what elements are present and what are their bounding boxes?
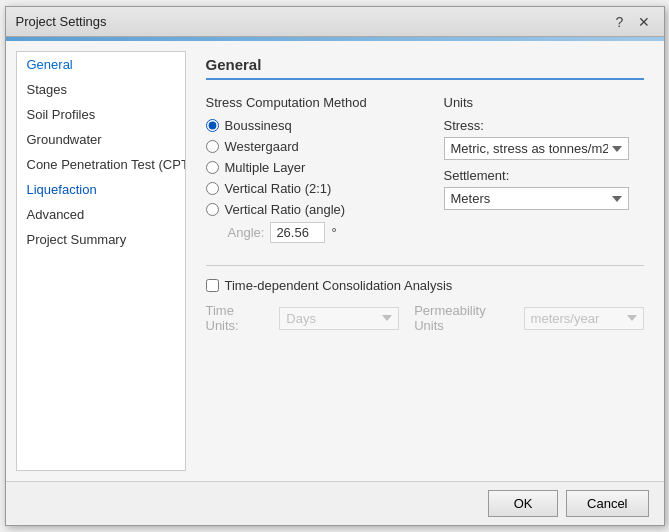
settlement-field-label: Settlement: bbox=[444, 168, 644, 183]
time-units-label: Time Units: bbox=[206, 303, 265, 333]
angle-label: Angle: bbox=[228, 225, 265, 240]
project-settings-dialog: Project Settings ? ✕ General Stages Soil… bbox=[5, 6, 665, 526]
sidebar-item-groundwater[interactable]: Groundwater bbox=[17, 127, 185, 152]
sidebar-item-advanced[interactable]: Advanced bbox=[17, 202, 185, 227]
sidebar: General Stages Soil Profiles Groundwater… bbox=[16, 51, 186, 471]
section-title: General bbox=[206, 56, 644, 80]
titlebar: Project Settings ? ✕ bbox=[6, 7, 664, 37]
stress-section: Stress Computation Method Boussinesq Wes… bbox=[206, 95, 414, 243]
stress-select[interactable]: Metric, stress as tonnes/m2 Metric, stre… bbox=[444, 137, 629, 160]
radio-vertical-ratio-2-1-input[interactable] bbox=[206, 182, 219, 195]
units-section: Units Stress: Metric, stress as tonnes/m… bbox=[444, 95, 644, 243]
angle-row: Angle: ° bbox=[228, 222, 414, 243]
stress-field-label: Stress: bbox=[444, 118, 644, 133]
radio-vertical-ratio-angle[interactable]: Vertical Ratio (angle) bbox=[206, 202, 414, 217]
angle-input[interactable] bbox=[270, 222, 325, 243]
permeability-units-label: Permeability Units bbox=[414, 303, 508, 333]
sidebar-item-soil-profiles[interactable]: Soil Profiles bbox=[17, 102, 185, 127]
radio-multiple-layer-input[interactable] bbox=[206, 161, 219, 174]
time-consolidation-label: Time-dependent Consolidation Analysis bbox=[225, 278, 453, 293]
sidebar-item-project-summary[interactable]: Project Summary bbox=[17, 227, 185, 252]
help-button[interactable]: ? bbox=[610, 12, 630, 32]
stress-method-radio-group: Boussinesq Westergaard Multiple Layer bbox=[206, 118, 414, 217]
radio-vertical-ratio-2-1-label: Vertical Ratio (2:1) bbox=[225, 181, 332, 196]
radio-vertical-ratio-2-1[interactable]: Vertical Ratio (2:1) bbox=[206, 181, 414, 196]
radio-boussinesq-input[interactable] bbox=[206, 119, 219, 132]
divider bbox=[206, 265, 644, 266]
sidebar-item-cpt[interactable]: Cone Penetration Test (CPT) bbox=[17, 152, 185, 177]
units-section-label: Units bbox=[444, 95, 644, 110]
radio-westergaard-input[interactable] bbox=[206, 140, 219, 153]
close-button[interactable]: ✕ bbox=[634, 12, 654, 32]
radio-multiple-layer[interactable]: Multiple Layer bbox=[206, 160, 414, 175]
stress-section-label: Stress Computation Method bbox=[206, 95, 414, 110]
ok-button[interactable]: OK bbox=[488, 490, 558, 517]
sidebar-item-stages[interactable]: Stages bbox=[17, 77, 185, 102]
time-consolidation-row: Time-dependent Consolidation Analysis bbox=[206, 278, 644, 293]
radio-multiple-layer-label: Multiple Layer bbox=[225, 160, 306, 175]
time-row: Time Units: Days Hours Years Permeabilit… bbox=[206, 303, 644, 333]
main-content: General Stress Computation Method Boussi… bbox=[186, 41, 664, 481]
dialog-footer: OK Cancel bbox=[6, 481, 664, 525]
time-units-select[interactable]: Days Hours Years bbox=[279, 307, 399, 330]
radio-vertical-ratio-angle-input[interactable] bbox=[206, 203, 219, 216]
settlement-select[interactable]: Meters Millimeters Inches Feet bbox=[444, 187, 629, 210]
titlebar-buttons: ? ✕ bbox=[610, 12, 654, 32]
content-row: Stress Computation Method Boussinesq Wes… bbox=[206, 95, 644, 243]
dialog-body: General Stages Soil Profiles Groundwater… bbox=[6, 41, 664, 481]
sidebar-item-liquefaction[interactable]: Liquefaction bbox=[17, 177, 185, 202]
sidebar-item-general[interactable]: General bbox=[17, 52, 185, 77]
time-consolidation-checkbox[interactable] bbox=[206, 279, 219, 292]
radio-boussinesq[interactable]: Boussinesq bbox=[206, 118, 414, 133]
radio-westergaard-label: Westergaard bbox=[225, 139, 299, 154]
radio-westergaard[interactable]: Westergaard bbox=[206, 139, 414, 154]
dialog-title: Project Settings bbox=[16, 14, 107, 29]
cancel-button[interactable]: Cancel bbox=[566, 490, 648, 517]
radio-vertical-ratio-angle-label: Vertical Ratio (angle) bbox=[225, 202, 346, 217]
permeability-units-select[interactable]: meters/year cm/s m/s bbox=[524, 307, 644, 330]
radio-boussinesq-label: Boussinesq bbox=[225, 118, 292, 133]
angle-unit: ° bbox=[331, 225, 336, 240]
